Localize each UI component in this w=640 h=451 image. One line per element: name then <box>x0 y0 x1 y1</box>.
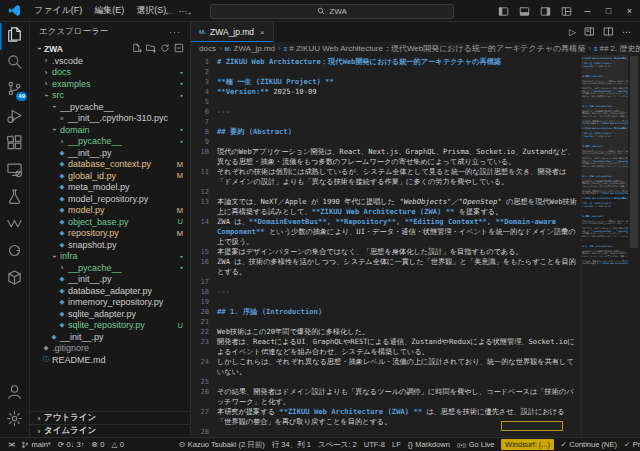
minimize-button[interactable]: ─ <box>577 6 598 16</box>
status-problems-errors[interactable]: ⊗0 <box>88 440 108 449</box>
activity-bar-windsurf[interactable] <box>0 212 29 239</box>
activity-bar-remote-explorer[interactable] <box>0 158 29 185</box>
activity-bar-extensions[interactable] <box>0 131 29 158</box>
tree-item-database_context.py[interactable]: ◆database_context.pyM <box>30 159 190 171</box>
sidebar-panel-timeline[interactable]: ›タイムライン <box>30 424 190 437</box>
refresh-icon[interactable] <box>160 43 170 55</box>
status-eol[interactable]: LF <box>389 440 405 449</box>
tree-item-.vscode[interactable]: ›.vscode <box>30 55 190 67</box>
tree-item-.gitignore[interactable]: ◆.gitignore <box>30 343 190 355</box>
tree-item-object_base.py[interactable]: ◆object_base.pyU <box>30 216 190 228</box>
tree-item-inmemory_repository.py[interactable]: ◆inmemory_repository.py <box>30 297 190 309</box>
vertical-scrollbar[interactable] <box>628 55 640 437</box>
more-icon[interactable]: ⋯ <box>622 27 631 37</box>
tree-item-__init__.py[interactable]: ◆__init__.py <box>30 147 190 159</box>
activity-bar-continue[interactable] <box>0 239 29 266</box>
customize-layout-icon[interactable] <box>556 6 577 17</box>
sidebar-more-actions[interactable]: ··· <box>169 27 181 37</box>
editor-line[interactable]: 7 <box>191 117 581 127</box>
minimap-slider[interactable] <box>582 55 628 193</box>
menubar-item[interactable]: 編集(E) <box>88 4 130 17</box>
editor-line[interactable]: 13本論文では、NeXT／Apple が 1990 年代に提唱した "WebOb… <box>191 197 581 217</box>
tree-item-sqlite_repository.py[interactable]: ◆sqlite_repository.pyU <box>30 320 190 332</box>
tree-item-meta_model.py[interactable]: ◆meta_model.py <box>30 182 190 194</box>
tree-item-__pycache__[interactable]: ›__pycache__ <box>30 101 190 113</box>
editor-line[interactable]: 14ZWA は、**DomainEventBus**, **Repository… <box>191 217 581 247</box>
collapse-all-icon[interactable] <box>174 43 184 55</box>
editor-line[interactable]: 22Web技術はこの20年間で爆発的に多様化した。 <box>191 327 581 337</box>
editor-line[interactable]: 2 <box>191 67 581 77</box>
tree-item-README.md[interactable]: ⓘREADME.md <box>30 354 190 366</box>
tree-item-domain[interactable]: ›domain● <box>30 124 190 136</box>
editor-line[interactable]: 16ZWA は、技術の多様性を活かしつつ、システム全体に一貫した「世界観」と「美… <box>191 257 581 277</box>
activity-bar-testing[interactable] <box>0 185 29 212</box>
status-encoding[interactable]: UTF-8 <box>360 440 388 449</box>
tree-item-model_repository.py[interactable]: ◆model_repository.py <box>30 193 190 205</box>
status-language-mode[interactable]: {}Markdown <box>404 440 453 449</box>
editor-line[interactable]: 24しかしこれらは、それぞれ異なる思想・抽象レベル・流儀の上に設計されており、統… <box>191 357 581 377</box>
tab-zwa-jp-md[interactable]: M↓ ZWA_jp.md × <box>191 22 274 42</box>
status-commit-author[interactable]: ⊙Kazuo Tsubaki (2 日前) <box>175 440 268 450</box>
activity-bar-run-debug[interactable] <box>0 104 29 131</box>
tree-item-__pycache__[interactable]: ›__pycache__● <box>30 136 190 148</box>
tree-item-global_id.py[interactable]: ◆global_id.pyM <box>30 170 190 182</box>
status-windsurf[interactable]: Windsurf: (...) <box>501 439 554 450</box>
scrollbar-thumb[interactable] <box>630 56 638 248</box>
new-file-icon[interactable] <box>132 43 142 55</box>
tree-item-repository.py[interactable]: ◆repository.pyM <box>30 228 190 240</box>
status-indentation[interactable]: スペース: 2 <box>314 440 360 450</box>
breadcrumb-item[interactable]: M↓ZWA_jp.md <box>225 44 276 53</box>
status-go-live[interactable]: ((•))Go Live <box>453 440 498 449</box>
close-icon[interactable]: × <box>260 28 265 37</box>
text-editor[interactable]: 1# ZIKUU Web Architecture：現代Web開発における統一的… <box>191 55 581 437</box>
editor-line[interactable]: 4**Version:** 2025-10-09 <box>191 87 581 97</box>
tree-item-__init__.py[interactable]: ◆__init__.py <box>30 331 190 343</box>
editor-line[interactable]: 10現代のWebアプリケーション開発は、React、Next.js、GraphQ… <box>191 147 581 167</box>
breadcrumb-item[interactable]: ≡# ZIKUU Web Architecture：現代Web開発における統一的… <box>284 43 586 54</box>
tree-item-__init__.py[interactable]: ◆__init__.py <box>30 274 190 286</box>
split-icon[interactable] <box>603 26 614 39</box>
open-side-icon[interactable] <box>584 26 595 39</box>
status-problems-warnings[interactable]: △0 <box>108 440 127 449</box>
close-button[interactable]: × <box>619 6 640 16</box>
back-arrow-icon[interactable]: ← <box>164 6 174 17</box>
status-remote-indicator[interactable]: >< <box>5 441 18 448</box>
menubar-item[interactable]: ファイル(F) <box>28 4 88 17</box>
editor-line[interactable]: 17 <box>191 277 581 287</box>
workspace-section-header[interactable]: › ZWA <box>30 42 190 55</box>
activity-bar-search[interactable] <box>0 50 29 77</box>
activity-bar-settings[interactable] <box>0 407 29 434</box>
editor-line[interactable]: 20## 1. 序論 (Introduction) <box>191 307 581 317</box>
tree-item-src[interactable]: ›src● <box>30 90 190 102</box>
editor-line[interactable]: 3**楠 一生 (ZIKUU Project) ** <box>191 77 581 87</box>
maximize-button[interactable]: □ <box>598 6 619 16</box>
editor-line[interactable]: 8## 要約 (Abstract) <box>191 127 581 137</box>
editor-line[interactable]: 26その結果、開発者はドメイン設計よりも「異なるツールの調停」に時間を費やし、コ… <box>191 387 581 407</box>
breadcrumb-item[interactable]: docs <box>199 44 216 53</box>
editor-line[interactable]: 23開発者は、ReactによるUI、GraphQLやRESTによる通信、Zust… <box>191 337 581 357</box>
tree-item-database_adapter.py[interactable]: ◆database_adapter.py <box>30 285 190 297</box>
editor-line[interactable]: 1# ZIKUU Web Architecture：現代Web開発における統一的… <box>191 57 581 67</box>
editor-line[interactable]: 15本提案はデザインパターンの集合ではなく、「思想を身体化した設計」を目指すもの… <box>191 247 581 257</box>
new-folder-icon[interactable] <box>146 43 156 55</box>
status-git-branch[interactable]: main* <box>18 440 55 449</box>
status-prettier[interactable]: ✓Prettier <box>620 440 640 449</box>
editor-line[interactable]: 6--- <box>191 107 581 117</box>
minimap[interactable]: # ZIKUU Web Architecture：現代Web開発における統一的ア… <box>581 55 628 437</box>
tree-item-__init__.cpython-310.pyc[interactable]: ≡__init__.cpython-310.pyc <box>30 113 190 125</box>
status-continue-ext[interactable]: ✓Continue (NE) <box>557 440 620 449</box>
sidebar-panel-outline[interactable]: ›アウトライン <box>30 411 190 424</box>
editor-line[interactable]: 11それぞれの技術は個別には成熟しているが、システム全体として見ると統一的な設計… <box>191 167 581 187</box>
breadcrumb-item[interactable]: ≡## 2. 歴史的背景：We <box>594 43 640 54</box>
activity-bar-explorer[interactable] <box>0 23 29 50</box>
editor-line[interactable]: 25 <box>191 377 581 387</box>
tree-item-infra[interactable]: ›infra● <box>30 251 190 263</box>
activity-bar-account[interactable] <box>0 380 29 407</box>
forward-arrow-icon[interactable]: → <box>183 6 193 17</box>
tree-item-snapshot.py[interactable]: ◆snapshot.py <box>30 239 190 251</box>
preview-icon[interactable]: ▷ <box>569 27 576 37</box>
tree-item-docs[interactable]: ›docs● <box>30 67 190 79</box>
activity-bar-source-control[interactable]: 49 <box>0 77 29 104</box>
toggle-secondary-sidebar-icon[interactable] <box>535 6 556 17</box>
editor-line[interactable]: 9 <box>191 137 581 147</box>
